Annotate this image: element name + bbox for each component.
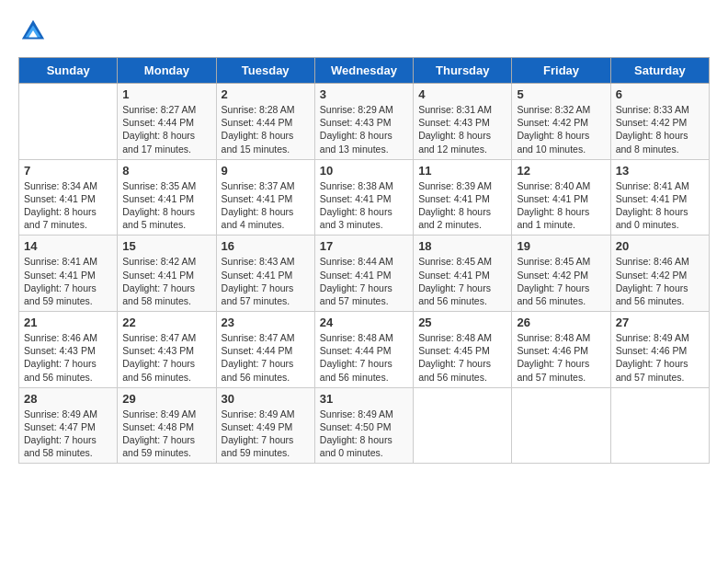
calendar-cell: 29Sunrise: 8:49 AM Sunset: 4:48 PM Dayli… <box>118 387 216 464</box>
day-number: 9 <box>222 164 310 178</box>
weekday-header: Saturday <box>610 58 709 84</box>
day-info: Sunrise: 8:38 AM Sunset: 4:41 PM Dayligh… <box>320 179 408 232</box>
day-number: 31 <box>320 392 408 406</box>
day-number: 1 <box>122 87 210 101</box>
weekday-header: Friday <box>512 58 610 84</box>
day-info: Sunrise: 8:45 AM Sunset: 4:41 PM Dayligh… <box>418 255 506 307</box>
day-info: Sunrise: 8:33 AM Sunset: 4:42 PM Dayligh… <box>616 103 704 155</box>
day-info: Sunrise: 8:46 AM Sunset: 4:42 PM Dayligh… <box>616 255 704 307</box>
calendar-cell: 24Sunrise: 8:48 AM Sunset: 4:44 PM Dayli… <box>314 312 413 388</box>
day-info: Sunrise: 8:40 AM Sunset: 4:41 PM Dayligh… <box>517 179 605 232</box>
day-number: 2 <box>222 87 310 101</box>
day-info: Sunrise: 8:48 AM Sunset: 4:44 PM Dayligh… <box>320 331 408 384</box>
day-info: Sunrise: 8:41 AM Sunset: 4:41 PM Dayligh… <box>616 179 704 232</box>
calendar-week-row: 7Sunrise: 8:34 AM Sunset: 4:41 PM Daylig… <box>19 159 710 236</box>
day-number: 20 <box>616 239 704 253</box>
logo <box>18 18 50 48</box>
calendar-cell: 8Sunrise: 8:35 AM Sunset: 4:41 PM Daylig… <box>118 159 216 236</box>
calendar-cell: 22Sunrise: 8:47 AM Sunset: 4:43 PM Dayli… <box>118 312 216 388</box>
day-number: 16 <box>222 239 310 253</box>
calendar-cell: 21Sunrise: 8:46 AM Sunset: 4:43 PM Dayli… <box>19 312 118 388</box>
page-header <box>18 18 710 48</box>
calendar-body: 1Sunrise: 8:27 AM Sunset: 4:44 PM Daylig… <box>19 84 710 464</box>
day-info: Sunrise: 8:35 AM Sunset: 4:41 PM Dayligh… <box>122 179 210 232</box>
day-info: Sunrise: 8:27 AM Sunset: 4:44 PM Dayligh… <box>122 103 210 155</box>
day-number: 10 <box>320 164 408 178</box>
day-number: 14 <box>24 239 112 253</box>
day-number: 30 <box>222 392 310 406</box>
day-info: Sunrise: 8:45 AM Sunset: 4:42 PM Dayligh… <box>517 255 605 307</box>
day-number: 23 <box>222 316 310 329</box>
calendar-cell: 10Sunrise: 8:38 AM Sunset: 4:41 PM Dayli… <box>314 159 413 236</box>
calendar-cell: 30Sunrise: 8:49 AM Sunset: 4:49 PM Dayli… <box>216 387 314 464</box>
day-number: 28 <box>24 392 112 406</box>
day-number: 17 <box>320 239 408 253</box>
calendar-cell: 11Sunrise: 8:39 AM Sunset: 4:41 PM Dayli… <box>414 159 512 236</box>
calendar-cell: 3Sunrise: 8:29 AM Sunset: 4:43 PM Daylig… <box>314 84 413 160</box>
day-number: 24 <box>320 316 408 329</box>
day-number: 18 <box>418 239 506 253</box>
day-number: 22 <box>122 316 210 329</box>
logo-icon <box>20 18 46 44</box>
calendar-cell: 28Sunrise: 8:49 AM Sunset: 4:47 PM Dayli… <box>19 387 118 464</box>
day-info: Sunrise: 8:47 AM Sunset: 4:44 PM Dayligh… <box>222 331 310 384</box>
day-info: Sunrise: 8:39 AM Sunset: 4:41 PM Dayligh… <box>418 179 506 232</box>
calendar-cell: 16Sunrise: 8:43 AM Sunset: 4:41 PM Dayli… <box>216 236 314 312</box>
day-info: Sunrise: 8:46 AM Sunset: 4:43 PM Dayligh… <box>24 331 112 384</box>
day-number: 12 <box>517 164 605 178</box>
calendar-cell: 6Sunrise: 8:33 AM Sunset: 4:42 PM Daylig… <box>610 84 709 160</box>
day-info: Sunrise: 8:31 AM Sunset: 4:43 PM Dayligh… <box>418 103 506 155</box>
day-info: Sunrise: 8:47 AM Sunset: 4:43 PM Dayligh… <box>122 331 210 384</box>
day-info: Sunrise: 8:44 AM Sunset: 4:41 PM Dayligh… <box>320 255 408 307</box>
day-number: 8 <box>122 164 210 178</box>
calendar-cell: 9Sunrise: 8:37 AM Sunset: 4:41 PM Daylig… <box>216 159 314 236</box>
weekday-header: Tuesday <box>216 58 314 84</box>
calendar-cell: 26Sunrise: 8:48 AM Sunset: 4:46 PM Dayli… <box>512 312 610 388</box>
day-number: 5 <box>517 87 605 101</box>
calendar-cell: 18Sunrise: 8:45 AM Sunset: 4:41 PM Dayli… <box>414 236 512 312</box>
calendar-week-row: 14Sunrise: 8:41 AM Sunset: 4:41 PM Dayli… <box>19 236 710 312</box>
day-info: Sunrise: 8:49 AM Sunset: 4:50 PM Dayligh… <box>320 408 408 460</box>
calendar-cell: 25Sunrise: 8:48 AM Sunset: 4:45 PM Dayli… <box>414 312 512 388</box>
day-number: 7 <box>24 164 112 178</box>
day-number: 13 <box>616 164 704 178</box>
day-info: Sunrise: 8:42 AM Sunset: 4:41 PM Dayligh… <box>122 255 210 307</box>
day-info: Sunrise: 8:34 AM Sunset: 4:41 PM Dayligh… <box>24 179 112 232</box>
calendar-cell: 5Sunrise: 8:32 AM Sunset: 4:42 PM Daylig… <box>512 84 610 160</box>
calendar-week-row: 28Sunrise: 8:49 AM Sunset: 4:47 PM Dayli… <box>19 387 710 464</box>
calendar-cell: 17Sunrise: 8:44 AM Sunset: 4:41 PM Dayli… <box>314 236 413 312</box>
day-number: 26 <box>517 316 605 329</box>
day-info: Sunrise: 8:49 AM Sunset: 4:46 PM Dayligh… <box>616 331 704 384</box>
day-number: 6 <box>616 87 704 101</box>
calendar-cell <box>610 387 709 464</box>
calendar-header: SundayMondayTuesdayWednesdayThursdayFrid… <box>19 58 710 84</box>
calendar-cell: 13Sunrise: 8:41 AM Sunset: 4:41 PM Dayli… <box>610 159 709 236</box>
weekday-header: Thursday <box>414 58 512 84</box>
calendar-cell: 19Sunrise: 8:45 AM Sunset: 4:42 PM Dayli… <box>512 236 610 312</box>
calendar-cell: 14Sunrise: 8:41 AM Sunset: 4:41 PM Dayli… <box>19 236 118 312</box>
calendar-cell: 1Sunrise: 8:27 AM Sunset: 4:44 PM Daylig… <box>118 84 216 160</box>
calendar-cell: 27Sunrise: 8:49 AM Sunset: 4:46 PM Dayli… <box>610 312 709 388</box>
calendar-cell <box>512 387 610 464</box>
day-info: Sunrise: 8:49 AM Sunset: 4:47 PM Dayligh… <box>24 408 112 460</box>
calendar-week-row: 1Sunrise: 8:27 AM Sunset: 4:44 PM Daylig… <box>19 84 710 160</box>
day-number: 15 <box>122 239 210 253</box>
day-info: Sunrise: 8:37 AM Sunset: 4:41 PM Dayligh… <box>222 179 310 232</box>
day-number: 21 <box>24 316 112 329</box>
day-number: 11 <box>418 164 506 178</box>
calendar-cell: 12Sunrise: 8:40 AM Sunset: 4:41 PM Dayli… <box>512 159 610 236</box>
day-number: 19 <box>517 239 605 253</box>
calendar-table: SundayMondayTuesdayWednesdayThursdayFrid… <box>18 57 710 464</box>
day-info: Sunrise: 8:28 AM Sunset: 4:44 PM Dayligh… <box>222 103 310 155</box>
weekday-header: Wednesday <box>314 58 413 84</box>
calendar-cell: 2Sunrise: 8:28 AM Sunset: 4:44 PM Daylig… <box>216 84 314 160</box>
calendar-cell: 4Sunrise: 8:31 AM Sunset: 4:43 PM Daylig… <box>414 84 512 160</box>
day-info: Sunrise: 8:48 AM Sunset: 4:46 PM Dayligh… <box>517 331 605 384</box>
calendar-cell <box>19 84 118 160</box>
day-info: Sunrise: 8:43 AM Sunset: 4:41 PM Dayligh… <box>222 255 310 307</box>
calendar-cell: 31Sunrise: 8:49 AM Sunset: 4:50 PM Dayli… <box>314 387 413 464</box>
calendar-cell <box>414 387 512 464</box>
weekday-header: Sunday <box>19 58 118 84</box>
calendar-cell: 15Sunrise: 8:42 AM Sunset: 4:41 PM Dayli… <box>118 236 216 312</box>
day-info: Sunrise: 8:41 AM Sunset: 4:41 PM Dayligh… <box>24 255 112 307</box>
